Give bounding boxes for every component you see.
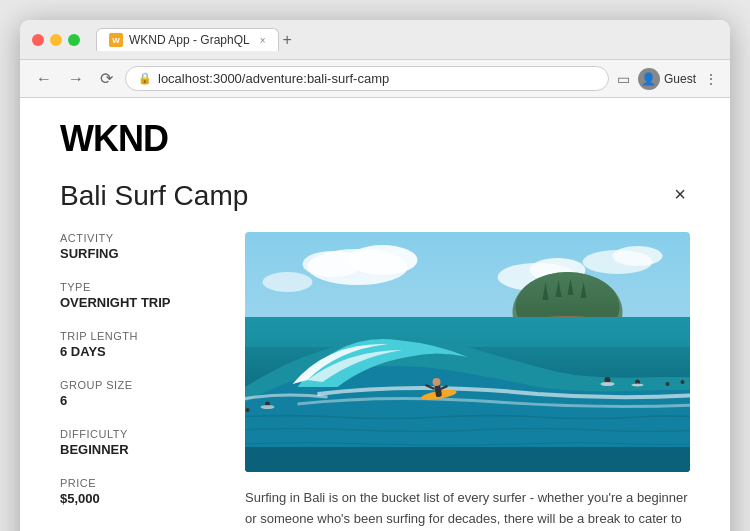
- svg-point-28: [632, 384, 644, 387]
- hero-image: [245, 232, 690, 472]
- detail-difficulty: DIFFICULTY BEGINNER: [60, 428, 215, 457]
- svg-point-32: [261, 405, 275, 409]
- detail-trip-length: TRIP LENGTH 6 DAYS: [60, 330, 215, 359]
- details-column: ACTIVITY SURFING TYPE OVERNIGHT TRIP TRI…: [60, 232, 215, 531]
- back-button[interactable]: ←: [32, 68, 56, 90]
- address-bar[interactable]: 🔒 localhost:3000/adventure:bali-surf-cam…: [125, 66, 609, 91]
- page-main: Bali Surf Camp × ACTIVITY SURFING TYPE O…: [20, 170, 730, 531]
- tab-close-icon[interactable]: ×: [260, 35, 266, 46]
- detail-label-type: TYPE: [60, 281, 215, 293]
- browser-toolbar: ← → ⟳ 🔒 localhost:3000/adventure:bali-su…: [20, 60, 730, 98]
- detail-group-size: GROUP SIZE 6: [60, 379, 215, 408]
- content-layout: ACTIVITY SURFING TYPE OVERNIGHT TRIP TRI…: [60, 232, 690, 531]
- main-column: Surfing in Bali is on the bucket list of…: [245, 232, 690, 531]
- detail-type: TYPE OVERNIGHT TRIP: [60, 281, 215, 310]
- detail-activity: ACTIVITY SURFING: [60, 232, 215, 261]
- svg-point-7: [613, 246, 663, 266]
- page-title-row: Bali Surf Camp ×: [60, 180, 690, 212]
- svg-point-30: [681, 380, 685, 384]
- maximize-window-button[interactable]: [68, 34, 80, 46]
- tab-bar: W WKND App - GraphQL × +: [96, 28, 650, 51]
- user-label: Guest: [664, 72, 696, 86]
- detail-label-activity: ACTIVITY: [60, 232, 215, 244]
- avatar: 👤: [638, 68, 660, 90]
- minimize-window-button[interactable]: [50, 34, 62, 46]
- browser-window: W WKND App - GraphQL × + ← → ⟳ 🔒 localho…: [20, 20, 730, 531]
- svg-point-22: [433, 378, 441, 386]
- toolbar-right: ▭ 👤 Guest ⋮: [617, 68, 718, 90]
- detail-value-group-size: 6: [60, 393, 215, 408]
- detail-price: PRICE $5,000: [60, 477, 215, 506]
- svg-rect-34: [245, 447, 690, 472]
- reload-button[interactable]: ⟳: [96, 67, 117, 90]
- detail-value-type: OVERNIGHT TRIP: [60, 295, 215, 310]
- page-title: Bali Surf Camp: [60, 180, 248, 212]
- traffic-lights: [32, 34, 80, 46]
- description-text: Surfing in Bali is on the bucket list of…: [245, 488, 690, 531]
- tab-favicon: W: [109, 33, 123, 47]
- detail-label-price: PRICE: [60, 477, 215, 489]
- detail-label-trip-length: TRIP LENGTH: [60, 330, 215, 342]
- svg-point-26: [601, 382, 615, 386]
- page-header: WKND: [20, 98, 730, 170]
- page-content: WKND Bali Surf Camp × ACTIVITY SURFING T…: [20, 98, 730, 531]
- detail-label-difficulty: DIFFICULTY: [60, 428, 215, 440]
- forward-button[interactable]: →: [64, 68, 88, 90]
- detail-value-price: $5,000: [60, 491, 215, 506]
- titlebar: W WKND App - GraphQL × +: [20, 20, 730, 60]
- detail-value-trip-length: 6 DAYS: [60, 344, 215, 359]
- svg-point-8: [263, 272, 313, 292]
- svg-point-29: [666, 382, 670, 386]
- logo: WKND: [60, 118, 168, 160]
- svg-rect-19: [245, 317, 690, 347]
- detail-value-activity: SURFING: [60, 246, 215, 261]
- url-text: localhost:3000/adventure:bali-surf-camp: [158, 71, 389, 86]
- svg-point-3: [303, 251, 363, 277]
- menu-icon[interactable]: ⋮: [704, 71, 718, 87]
- close-button[interactable]: ×: [670, 180, 690, 208]
- user-menu-button[interactable]: 👤 Guest: [638, 68, 696, 90]
- new-tab-button[interactable]: +: [283, 31, 292, 49]
- detail-value-difficulty: BEGINNER: [60, 442, 215, 457]
- browser-tab[interactable]: W WKND App - GraphQL ×: [96, 28, 279, 51]
- lock-icon: 🔒: [138, 72, 152, 85]
- detail-label-group-size: GROUP SIZE: [60, 379, 215, 391]
- svg-point-33: [246, 408, 250, 412]
- close-window-button[interactable]: [32, 34, 44, 46]
- tab-title: WKND App - GraphQL: [129, 33, 250, 47]
- extensions-icon[interactable]: ▭: [617, 71, 630, 87]
